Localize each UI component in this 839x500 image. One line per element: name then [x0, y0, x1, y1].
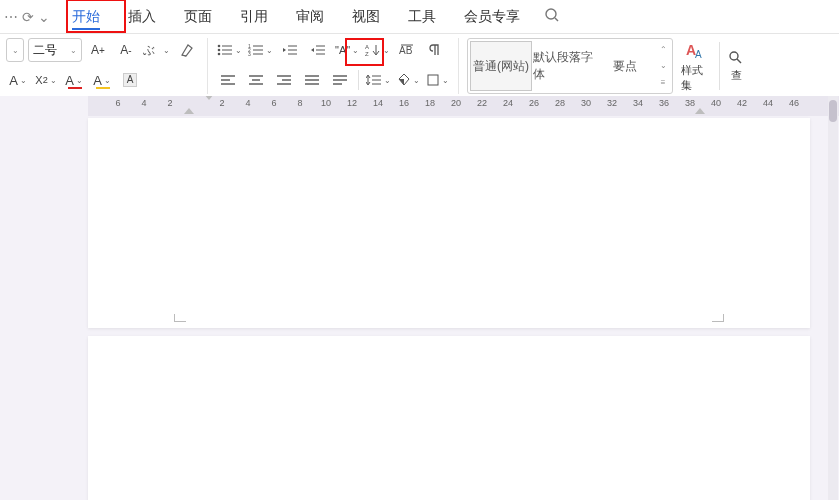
left-indent-marker[interactable]: [184, 108, 194, 114]
horizontal-ruler[interactable]: 6422468101214161820222426283032343638404…: [88, 96, 839, 116]
tab-tools[interactable]: 工具: [394, 0, 450, 33]
ruler-tick: 34: [628, 98, 648, 108]
tab-member[interactable]: 会员专享: [450, 0, 534, 33]
group-paragraph: ⌄ 123⌄ "A"⌄ AZ⌄ AB: [216, 38, 459, 94]
sort-button[interactable]: AZ⌄: [364, 38, 391, 62]
ruler-tick: 38: [680, 98, 700, 108]
grow-font-button[interactable]: A+: [86, 38, 110, 62]
align-distribute-button[interactable]: [328, 68, 352, 92]
ruler-tick: 16: [394, 98, 414, 108]
style-gallery[interactable]: 普通(网站) 默认段落字体 要点 ⌃ ⌄ ≡: [467, 38, 673, 94]
svg-line-1: [555, 18, 558, 21]
ruler-tick: 26: [524, 98, 544, 108]
ruler-tick: 2: [160, 98, 180, 108]
svg-point-8: [218, 53, 221, 56]
svg-line-47: [737, 59, 741, 63]
ruler-tick: 20: [446, 98, 466, 108]
font-color-button[interactable]: A⌄: [62, 68, 86, 92]
vertical-scrollbar[interactable]: [828, 96, 838, 500]
ruler-tick: 10: [316, 98, 336, 108]
search-icon[interactable]: [544, 7, 560, 27]
ruler-tick: 46: [784, 98, 804, 108]
ruler-tick: 6: [108, 98, 128, 108]
page-margin-mark: [174, 314, 186, 322]
menu-tabs: 开始 插入 页面 引用 审阅 视图 工具 会员专享: [58, 0, 534, 33]
ruler-tick: 14: [368, 98, 388, 108]
svg-point-4: [218, 45, 221, 48]
bullets-button[interactable]: ⌄: [216, 38, 243, 62]
style-default-paragraph[interactable]: 默认段落字体: [532, 41, 594, 91]
ruler-tick: 42: [732, 98, 752, 108]
ruler-tick: 40: [706, 98, 726, 108]
more-icon[interactable]: ⋯: [4, 9, 18, 25]
tab-reference[interactable]: 引用: [226, 0, 282, 33]
svg-point-46: [730, 52, 738, 60]
svg-text:ぶ: ぶ: [143, 43, 155, 57]
quick-access: ⋯ ⟳ ⌄: [4, 9, 58, 25]
document-page-1[interactable]: [88, 118, 810, 328]
outdent-button[interactable]: [278, 38, 302, 62]
svg-text:3: 3: [248, 51, 251, 57]
tab-view[interactable]: 视图: [338, 0, 394, 33]
char-shading-button[interactable]: A: [118, 68, 142, 92]
chevron-down-icon[interactable]: ⌄: [660, 61, 667, 70]
find-button[interactable]: 查: [726, 38, 746, 94]
clear-format-button[interactable]: [175, 38, 199, 62]
ruler-tick: 44: [758, 98, 778, 108]
show-marks-button[interactable]: [423, 38, 447, 62]
align-center-button[interactable]: [244, 68, 268, 92]
tab-page[interactable]: 页面: [170, 0, 226, 33]
font-name-dropdown[interactable]: ⌄: [6, 38, 24, 62]
ruler-tick: 4: [238, 98, 258, 108]
border-button[interactable]: ⌄: [425, 68, 450, 92]
page-margin-mark: [712, 314, 724, 322]
ruler-tick: 8: [290, 98, 310, 108]
svg-rect-43: [428, 75, 438, 85]
svg-point-0: [546, 9, 556, 19]
redo-icon[interactable]: ⟳: [22, 9, 34, 25]
scrollbar-thumb[interactable]: [829, 100, 837, 122]
tab-review[interactable]: 审阅: [282, 0, 338, 33]
shading-button[interactable]: ⌄: [396, 68, 421, 92]
font-size-select[interactable]: 二号 ⌄: [28, 38, 82, 62]
style-gallery-scroll[interactable]: ⌃ ⌄ ≡: [656, 41, 670, 91]
ruler-tick: 32: [602, 98, 622, 108]
style-emphasis[interactable]: 要点: [594, 41, 656, 91]
expand-icon[interactable]: ≡: [661, 78, 666, 87]
font-size-value: 二号: [33, 42, 57, 59]
change-case-button[interactable]: ぶ⌄: [142, 38, 171, 62]
styleset-button[interactable]: AA 样式集: [677, 38, 713, 94]
align-left-button[interactable]: [216, 68, 240, 92]
svg-point-6: [218, 49, 221, 52]
document-page-2[interactable]: [88, 336, 810, 500]
tab-home[interactable]: 开始: [58, 0, 114, 33]
ruler-tick: 24: [498, 98, 518, 108]
ruler-tick: 30: [576, 98, 596, 108]
ruler-tick: 4: [134, 98, 154, 108]
text-direction-button[interactable]: "A"⌄: [334, 38, 360, 62]
svg-text:Z: Z: [365, 51, 369, 57]
ruler-tick: 36: [654, 98, 674, 108]
svg-text:A: A: [695, 49, 702, 60]
superscript-button[interactable]: X2⌄: [34, 68, 58, 92]
align-justify-button[interactable]: [300, 68, 324, 92]
group-styles: 普通(网站) 默认段落字体 要点 ⌃ ⌄ ≡ AA 样式集 查: [467, 38, 754, 94]
ruler-tick: 28: [550, 98, 570, 108]
line-number-button[interactable]: AB: [395, 38, 419, 62]
style-normal[interactable]: 普通(网站): [470, 41, 532, 91]
font-effect-button[interactable]: A⌄: [6, 68, 30, 92]
svg-text:AB: AB: [399, 45, 413, 56]
ruler-tick: 6: [264, 98, 284, 108]
document-workspace: 6422468101214161820222426283032343638404…: [0, 96, 839, 500]
right-indent-marker[interactable]: [695, 108, 705, 114]
shrink-font-button[interactable]: A-: [114, 38, 138, 62]
chevron-up-icon[interactable]: ⌃: [660, 45, 667, 54]
align-right-button[interactable]: [272, 68, 296, 92]
tab-insert[interactable]: 插入: [114, 0, 170, 33]
numbering-button[interactable]: 123⌄: [247, 38, 274, 62]
svg-text:A: A: [365, 44, 369, 50]
indent-button[interactable]: [306, 38, 330, 62]
highlight-button[interactable]: A⌄: [90, 68, 114, 92]
line-spacing-button[interactable]: ⌄: [365, 68, 392, 92]
qat-dropdown-icon[interactable]: ⌄: [38, 9, 50, 25]
